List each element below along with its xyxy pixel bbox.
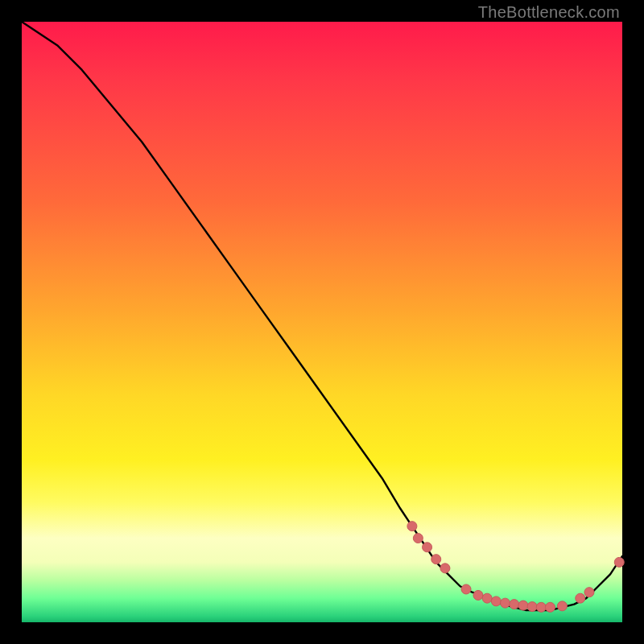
marker-point [614,557,624,567]
marker-point [576,593,585,603]
chart-svg [22,22,622,622]
marker-point [557,601,567,611]
bottleneck-curve [22,22,622,610]
marker-point [545,602,555,612]
marker-point [413,534,423,543]
marker-point [536,602,546,612]
marker-point [423,543,432,552]
marker-point [482,593,492,603]
marker-point [461,584,471,594]
marker-point [431,555,441,564]
marker-point [473,590,483,600]
marker-point [584,588,594,597]
chart-frame: TheBottleneck.com [0,0,644,644]
marker-point [491,597,501,606]
plot-area [22,22,622,622]
marker-point [527,602,537,612]
marker-point [501,598,510,608]
marker-point [510,600,519,609]
marker-point [440,564,450,573]
marker-point [518,601,528,610]
marker-point [407,522,417,531]
watermark-text: TheBottleneck.com [478,3,620,22]
